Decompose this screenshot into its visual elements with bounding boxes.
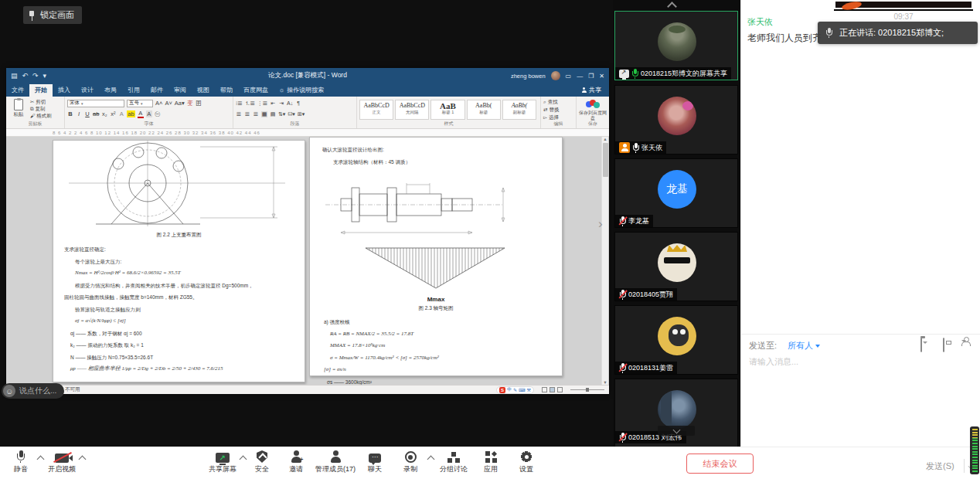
underline-button[interactable]: U [84,110,90,117]
web-layout-icon[interactable] [557,387,563,392]
character-border-button[interactable]: 囝 [196,100,202,107]
minimize-button[interactable]: — [577,73,583,80]
horizontal-ruler[interactable]: 8 6 4 2 2 4 6 8 10 12 14 16 18 20 22 24 … [6,129,609,137]
mic-muted-icon [619,363,626,373]
align-left-button[interactable]: ☰ [236,111,242,117]
font-size-combo[interactable]: 五号▾ [127,100,153,107]
video-tile-liuhongwei[interactable]: 02018513 刘宏伟 [614,379,738,447]
restore-button[interactable]: ❐ [588,73,594,80]
character-shading-button[interactable]: A [146,110,152,117]
sogou-mode-icon[interactable]: 中 [507,386,512,393]
style-no-spacing[interactable]: AaBbCcD无间隔 [395,100,429,120]
style-normal[interactable]: AaBbCcD正文 [359,100,393,120]
video-tile-jiaxiang[interactable]: 02018405贾翔 [614,232,738,301]
numbering-button[interactable]: ⒈☰ [245,100,255,107]
zoom-slider[interactable] [570,389,604,390]
sogou-tool-icon[interactable]: ⚒ [527,387,531,392]
video-tile-jianglei[interactable]: 02018131姜雷 [614,305,738,375]
ribbon-display-options-icon[interactable]: ▭ [566,73,572,80]
cut-button[interactable]: ✂ 剪切 [30,98,52,105]
start-video-button[interactable]: 开启视频 [36,450,87,474]
text-effects-button[interactable]: A [118,110,124,117]
distribute-button[interactable]: ▤ [270,111,276,117]
enclose-characters-button[interactable]: ㊀ [155,110,161,118]
justify-button[interactable]: ▦ [261,111,267,117]
align-right-button[interactable]: ☰ [253,111,259,117]
scroll-up-arrow[interactable]: ▲ [603,137,607,141]
paste-button[interactable]: 粘贴 [9,98,29,119]
tab-layout[interactable]: 布局 [99,84,122,97]
scrollbar-thumb[interactable] [603,143,608,177]
borders-button[interactable]: ⊞▾ [298,111,305,117]
align-center-button[interactable]: ☰ [244,111,250,117]
close-button[interactable]: ✕ [599,73,604,80]
format-painter-button[interactable]: 🖌 格式刷 [30,112,52,119]
phonetic-guide-button[interactable]: 变 [187,100,193,107]
view-switcher[interactable] [542,387,563,392]
scroll-participants-down[interactable] [658,426,695,436]
video-tile-zhengbowen-share[interactable]: 02018215郑博文的屏幕共享 [614,11,738,80]
pin-view-button[interactable]: 锁定画面 [23,6,82,24]
sogou-input-bar[interactable]: S 中 ✎ ⌨ ⚒ [496,386,534,394]
tab-mailings[interactable]: 邮件 [145,84,168,97]
chat-file-button[interactable] [920,338,922,352]
subscript-button[interactable]: x₂ [101,110,107,117]
vertical-scrollbar[interactable]: ▲ ▼ [601,137,608,385]
line-spacing-button[interactable]: ⇅▾ [278,111,285,117]
document-canvas[interactable]: 图 2.2 上支重布置图 支承滚轮直径确定: 每个滚轮上最大压力: Nmax =… [6,137,609,385]
quick-chat-bar[interactable]: ☺ 说点什么... [2,383,64,399]
shrink-font-button[interactable]: A˅ [165,100,172,107]
sidebar-collapse-handle[interactable]: › [598,217,603,230]
italic-button[interactable]: I [76,110,82,117]
tab-references[interactable]: 引用 [122,84,145,97]
tell-me-search[interactable]: ☼操作说明搜索 [274,84,329,97]
sogou-keyboard-icon[interactable]: ⌨ [519,387,526,392]
bullets-button[interactable]: ⁝☰ [236,100,243,107]
tab-insert[interactable]: 插入 [53,84,76,97]
find-button[interactable]: ⌕查找 [543,98,573,106]
tab-file[interactable]: 文件 [6,84,29,97]
font-family-combo[interactable]: 宋体▾ [67,100,124,107]
strikethrough-button[interactable]: ab [93,110,99,117]
style-subtitle[interactable]: AaBb(副标题 [502,100,536,120]
video-tile-lilongji[interactable]: 龙基 李龙基 [614,158,738,228]
tab-review[interactable]: 审阅 [168,84,192,97]
chat-image-cropped[interactable] [834,0,973,11]
font-color-button[interactable]: A [138,110,144,118]
superscript-button[interactable]: x² [110,110,116,117]
tab-view[interactable]: 视图 [192,84,215,97]
change-case-button[interactable]: Aa▾ [175,100,185,107]
account-avatar[interactable] [551,71,560,80]
send-message-button[interactable]: 发送(S) [926,460,954,472]
sort-button[interactable]: A↓ [287,100,293,106]
print-layout-icon[interactable] [550,387,555,392]
sogou-pen-icon[interactable]: ✎ [513,387,517,392]
shading-button[interactable]: ⛁▾ [288,111,294,117]
send-button-divider [964,459,965,473]
multilevel-list-button[interactable]: ⋮☰ [257,100,267,107]
decrease-indent-button[interactable]: ⇤ [270,100,276,107]
send-to-selector[interactable]: 所有人 [788,340,820,352]
tab-help[interactable]: 帮助 [215,84,238,97]
highlight-button[interactable]: ab [127,110,134,117]
chat-screenshot-button[interactable] [943,338,944,352]
settings-button[interactable]: 设置 [501,450,552,474]
end-meeting-button[interactable]: 结束会议 [686,454,754,474]
show-marks-button[interactable]: ¶ [295,100,301,106]
tab-design[interactable]: 设计 [76,84,99,97]
style-title[interactable]: AaBb(标题 [467,100,501,120]
bold-button[interactable]: B [67,110,73,117]
copy-button[interactable]: ⧉ 复制 [30,105,52,112]
style-heading1[interactable]: AaB标题 1 [430,100,464,120]
tab-home[interactable]: 开始 [29,84,53,97]
scroll-participants-up-icon[interactable] [667,2,677,12]
chat-input-placeholder[interactable]: 请输入消息... [749,356,798,368]
share-button[interactable]: 共享 [573,84,609,97]
increase-indent-button[interactable]: ⇥ [278,100,284,107]
grow-font-button[interactable]: A˄ [155,100,162,107]
read-mode-icon[interactable] [542,387,547,392]
replace-button[interactable]: ⇄替换 [543,106,573,114]
video-tile-zhangtianyi[interactable]: 张天依 [614,85,738,155]
baidu-save-button[interactable]: 保存到百度网盘 [579,100,607,121]
tab-baidu-netdisk[interactable]: 百度网盘 [238,84,274,97]
